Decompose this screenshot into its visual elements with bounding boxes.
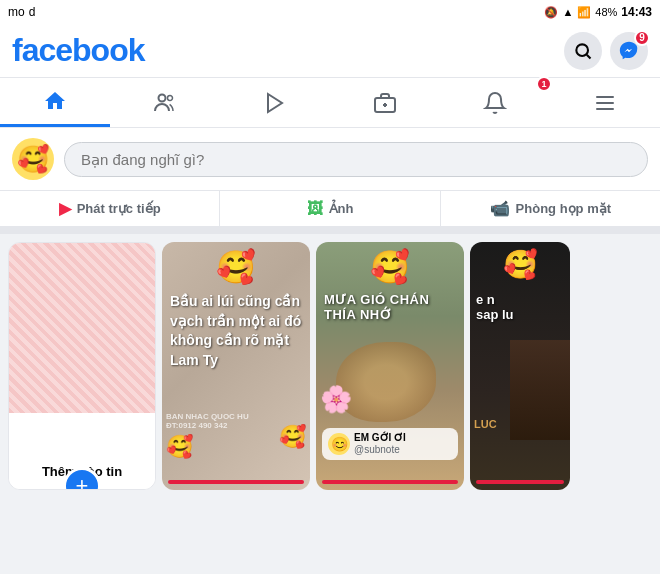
messenger-button[interactable]: 9 bbox=[610, 32, 648, 70]
story-flower: 🌸 bbox=[320, 384, 352, 415]
svg-marker-4 bbox=[268, 94, 282, 112]
user-avatar: 🥰 bbox=[12, 138, 54, 180]
story-card-2[interactable]: 🥰 MƯA GIÓ CHÁN THÍA NHỚ 🌸 😊 EM GỚI ƠI @s… bbox=[316, 242, 464, 490]
svg-line-1 bbox=[587, 54, 591, 58]
svg-point-2 bbox=[159, 94, 166, 101]
story-card-3[interactable]: 🥰 e nsap lu LUC bbox=[470, 242, 570, 490]
stories-section: + Thêm vào tin 🥰 Bầu ai lúi cũng cần vạc… bbox=[0, 234, 660, 498]
header: facebook 9 bbox=[0, 24, 660, 78]
status-right: 🔕 ▲ 📶 48% 14:43 bbox=[544, 5, 652, 19]
network-icon: ▲ bbox=[562, 6, 573, 18]
room-icon: 📹 bbox=[490, 199, 510, 218]
story-emoji-1: 🥰 bbox=[216, 248, 256, 286]
search-button[interactable] bbox=[564, 32, 602, 70]
story-card-1[interactable]: 🥰 Bầu ai lúi cũng cần vạch trần một ai đ… bbox=[162, 242, 310, 490]
story-user-handle: @subnote bbox=[354, 444, 406, 456]
home-icon bbox=[43, 89, 67, 113]
menu-icon bbox=[593, 91, 617, 115]
mute-icon: 🔕 bbox=[544, 6, 558, 19]
story-user-avatar: 😊 bbox=[328, 433, 350, 455]
photo-label: Ảnh bbox=[329, 201, 354, 216]
friends-icon bbox=[153, 91, 177, 115]
tab-home[interactable] bbox=[0, 78, 110, 127]
tab-watch[interactable] bbox=[220, 78, 330, 127]
story-luc-text: LUC bbox=[474, 418, 497, 430]
watch-icon bbox=[263, 91, 287, 115]
tab-notifications[interactable]: 1 bbox=[440, 78, 550, 127]
create-post-bar: 🥰 bbox=[0, 128, 660, 191]
notifications-icon bbox=[483, 91, 507, 115]
tab-friends[interactable] bbox=[110, 78, 220, 127]
story-text-3: e nsap lu bbox=[476, 292, 566, 322]
live-label: Phát trực tiếp bbox=[77, 201, 161, 216]
nav-tabs: 1 bbox=[0, 78, 660, 128]
facebook-logo: facebook bbox=[12, 32, 144, 69]
svg-rect-9 bbox=[596, 102, 614, 104]
momo-icon: mo bbox=[8, 5, 25, 19]
messenger-badge: 9 bbox=[634, 30, 650, 46]
svg-point-0 bbox=[576, 44, 588, 56]
photo-button[interactable]: 🖼 Ảnh bbox=[220, 191, 440, 226]
status-left: mo d bbox=[8, 5, 35, 19]
story-red-bar-1 bbox=[168, 480, 304, 484]
story-red-bar-3 bbox=[476, 480, 564, 484]
live-video-button[interactable]: ▶ Phát trực tiếp bbox=[0, 191, 220, 226]
wifi-icon: 📶 bbox=[577, 6, 591, 19]
plus-symbol: + bbox=[76, 473, 89, 490]
tiktok-icon: d bbox=[29, 5, 36, 19]
story-user-name: EM GỚI ƠI bbox=[354, 432, 406, 444]
battery-level: 48% bbox=[595, 6, 617, 18]
search-icon bbox=[573, 41, 593, 61]
marketplace-icon bbox=[373, 91, 397, 115]
post-actions: ▶ Phát trực tiếp 🖼 Ảnh 📹 Phòng họp mặt bbox=[0, 191, 660, 234]
room-label: Phòng họp mặt bbox=[516, 201, 611, 216]
live-icon: ▶ bbox=[59, 199, 71, 218]
svg-rect-10 bbox=[596, 108, 614, 110]
story-emoji-2: 🥰 bbox=[370, 248, 410, 286]
story-user-bar-2: 😊 EM GỚI ƠI @subnote bbox=[322, 428, 458, 460]
story-person bbox=[510, 340, 570, 440]
story-title-2: MƯA GIÓ CHÁN THÍA NHỚ bbox=[324, 292, 456, 322]
story-pattern bbox=[9, 243, 155, 413]
tab-menu[interactable] bbox=[550, 78, 660, 127]
tab-marketplace[interactable] bbox=[330, 78, 440, 127]
svg-rect-8 bbox=[596, 96, 614, 98]
time-display: 14:43 bbox=[621, 5, 652, 19]
story-emoji-bottom-1: 🥰 bbox=[166, 434, 193, 460]
story-text-1: Bầu ai lúi cũng cần vạch trần một ai đó … bbox=[170, 292, 302, 370]
story-create-top bbox=[9, 243, 155, 413]
status-bar: mo d 🔕 ▲ 📶 48% 14:43 bbox=[0, 0, 660, 24]
create-story-card[interactable]: + Thêm vào tin bbox=[8, 242, 156, 490]
svg-point-3 bbox=[168, 95, 173, 100]
post-input[interactable] bbox=[64, 142, 648, 177]
story-bg-text: BAN NHAC QUOC HUĐT:0912 490 342 bbox=[166, 412, 249, 430]
room-button[interactable]: 📹 Phòng họp mặt bbox=[441, 191, 660, 226]
story-red-bar-2 bbox=[322, 480, 458, 484]
header-icons: 9 bbox=[564, 32, 648, 70]
story-emoji-3: 🥰 bbox=[503, 248, 538, 281]
photo-icon: 🖼 bbox=[307, 200, 323, 218]
story-emoji-bottom-2: 🥰 bbox=[279, 424, 306, 450]
